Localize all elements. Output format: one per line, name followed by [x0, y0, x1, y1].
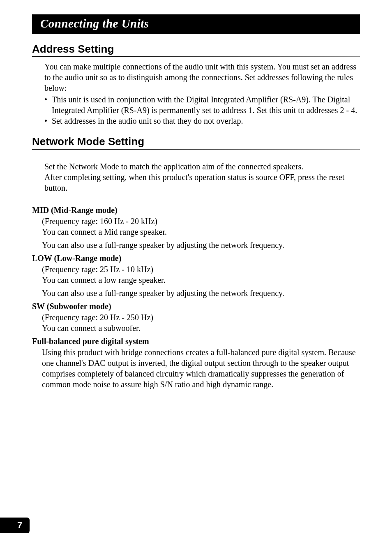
intro-text: Set the Network Mode to match the applic… — [44, 161, 360, 193]
bullet-item: Set addresses in the audio unit so that … — [44, 116, 360, 126]
body-text: Using this product with bridge connectio… — [42, 347, 360, 390]
body-text: (Frequency rage: 20 Hz - 250 Hz) You can… — [42, 312, 360, 333]
section-heading: Network Mode Setting — [32, 135, 360, 150]
body-text: You can also use a full-range speaker by… — [42, 288, 360, 298]
sub-body: Using this product with bridge connectio… — [32, 347, 360, 390]
bullet-list: This unit is used in conjunction with th… — [44, 94, 360, 126]
subsection-mid: MID (Mid-Range mode) (Frequency rage: 16… — [32, 206, 360, 250]
intro-text: You can make multiple connections of the… — [44, 61, 360, 93]
sub-body: (Frequency rage: 20 Hz - 250 Hz) You can… — [32, 312, 360, 333]
document-page: Connecting the Units Address Setting You… — [0, 0, 392, 390]
sub-heading: Full-balanced pure digital system — [32, 337, 360, 346]
section-heading: Address Setting — [32, 43, 360, 57]
section-body: Set the Network Mode to match the applic… — [32, 154, 360, 201]
sub-body: (Frequency rage: 25 Hz - 10 kHz) You can… — [32, 264, 360, 298]
section-network-mode: Network Mode Setting Set the Network Mod… — [32, 135, 360, 390]
body-text: (Frequency rage: 25 Hz - 10 kHz) You can… — [42, 264, 360, 285]
sub-heading: MID (Mid-Range mode) — [32, 206, 360, 215]
sub-body: (Frequency rage: 160 Hz - 20 kHz) You ca… — [32, 216, 360, 250]
subsection-sw: SW (Subwoofer mode) (Frequency rage: 20 … — [32, 302, 360, 333]
body-text: (Frequency rage: 160 Hz - 20 kHz) You ca… — [42, 216, 360, 237]
page-number: 7 — [0, 518, 30, 533]
body-text: You can also use a full-range speaker by… — [42, 240, 360, 250]
sub-heading: LOW (Low-Range mode) — [32, 254, 360, 263]
section-body: You can make multiple connections of the… — [32, 61, 360, 126]
subsection-full-balanced: Full-balanced pure digital system Using … — [32, 337, 360, 390]
bullet-item: This unit is used in conjunction with th… — [44, 94, 360, 116]
sub-heading: SW (Subwoofer mode) — [32, 302, 360, 311]
subsection-low: LOW (Low-Range mode) (Frequency rage: 25… — [32, 254, 360, 298]
chapter-title: Connecting the Units — [32, 14, 360, 34]
section-address-setting: Address Setting You can make multiple co… — [32, 43, 360, 126]
